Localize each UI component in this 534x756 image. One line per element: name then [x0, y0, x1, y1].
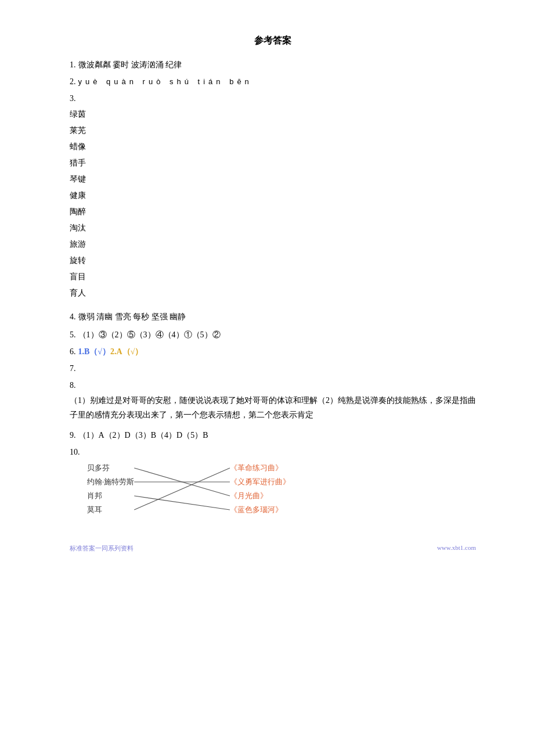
- item-num-9: 9.: [70, 428, 76, 442]
- footer-right: www.xbt1.com: [437, 544, 476, 553]
- match-left-col: 贝多芬约翰·施特劳斯肖邦莫耳: [87, 463, 134, 515]
- match-right-item: 《义勇军进行曲》: [230, 477, 290, 487]
- match-left-item: 约翰·施特劳斯: [87, 477, 134, 487]
- item-text-1: 微波粼粼 霎时 波涛汹涌 纪律: [78, 57, 182, 72]
- word-item: 陶醉: [70, 204, 476, 220]
- item-num-1: 1.: [70, 57, 76, 72]
- match-right-item: 《蓝色多瑙河》: [230, 505, 290, 515]
- word-item: 旅游: [70, 236, 476, 253]
- footer: 标准答案一同系列资料 www.xbt1.com: [70, 544, 476, 553]
- word-item: 健康: [70, 188, 476, 204]
- word-item: 猎手: [70, 155, 476, 171]
- item-text-8: （1）别难过是对哥哥的安慰，随便说说表现了她对哥哥的体谅和理解（2）纯熟是说弹奏…: [70, 393, 476, 422]
- item-num-6: 6.: [70, 344, 76, 359]
- item-text-4: 微弱 清幽 雪亮 每秒 坚强 幽静: [78, 309, 186, 324]
- word-item: 绿茵: [70, 106, 476, 123]
- match-left-item: 肖邦: [87, 491, 134, 501]
- match-right-col: 《革命练习曲》《义勇军进行曲》《月光曲》《蓝色多瑙河》: [230, 463, 290, 515]
- word-item: 琴键: [70, 171, 476, 188]
- section-7: 7.: [70, 361, 476, 376]
- item-num-3: 3.: [70, 94, 76, 103]
- section-10: 10.: [70, 445, 476, 459]
- item-text6-1: 1.B（√）: [78, 344, 111, 359]
- match-left-item: 莫耳: [87, 505, 134, 515]
- match-right-item: 《月光曲》: [230, 491, 290, 501]
- section-3: 3. 绿茵莱芜蜡像猎手琴键健康陶醉淘汰旅游旋转盲目育人: [70, 91, 476, 301]
- word-item: 盲目: [70, 269, 476, 285]
- match-left-item: 贝多芬: [87, 463, 134, 473]
- footer-left: 标准答案一同系列资料: [70, 544, 134, 553]
- section-6: 6. 1.B（√） 2.A（√）: [70, 344, 476, 359]
- svg-line-0: [134, 468, 230, 496]
- item-text-5: （1）③（2）⑤（3）④（4）①（5）②: [78, 327, 221, 342]
- page-title: 参考答案: [70, 35, 476, 47]
- word-item: 旋转: [70, 253, 476, 269]
- section-9: 9. （1）A（2）D（3）B（4）D（5）B: [70, 428, 476, 442]
- item-num-2: 2.: [70, 74, 76, 89]
- section-4: 4. 微弱 清幽 雪亮 每秒 坚强 幽静: [70, 309, 476, 324]
- word-item: 淘汰: [70, 220, 476, 236]
- match-right-item: 《革命练习曲》: [230, 463, 290, 473]
- item-num-7: 7.: [70, 361, 76, 376]
- word-item: 蜡像: [70, 139, 476, 155]
- item-num-10: 10.: [70, 445, 80, 459]
- section-5: 5. （1）③（2）⑤（3）④（4）①（5）②: [70, 327, 476, 342]
- item-num-4: 4.: [70, 309, 76, 324]
- match-diagram: 贝多芬约翰·施特劳斯肖邦莫耳 《革命练习曲》《义勇军进行曲》《月光曲》《蓝色多瑙…: [70, 463, 290, 527]
- section-8: 8. （1）别难过是对哥哥的安慰，随便说说表现了她对哥哥的体谅和理解（2）纯熟是…: [70, 378, 476, 422]
- item-pinyin-2: yuè quàn ruò shú tián bēn: [78, 75, 252, 88]
- svg-line-3: [134, 468, 230, 510]
- section-1: 1. 微波粼粼 霎时 波涛汹涌 纪律: [70, 57, 476, 72]
- item-num-8: 8.: [70, 378, 76, 393]
- svg-line-2: [134, 496, 230, 510]
- item-num-5: 5.: [70, 327, 76, 342]
- section-2: 2. yuè quàn ruò shú tián bēn: [70, 74, 476, 89]
- item-text-9: （1）A（2）D（3）B（4）D（5）B: [78, 428, 208, 442]
- item-text6-2: 2.A（√）: [110, 344, 143, 359]
- word-list: 绿茵莱芜蜡像猎手琴键健康陶醉淘汰旅游旋转盲目育人: [70, 106, 476, 301]
- word-item: 莱芜: [70, 123, 476, 139]
- word-item: 育人: [70, 285, 476, 301]
